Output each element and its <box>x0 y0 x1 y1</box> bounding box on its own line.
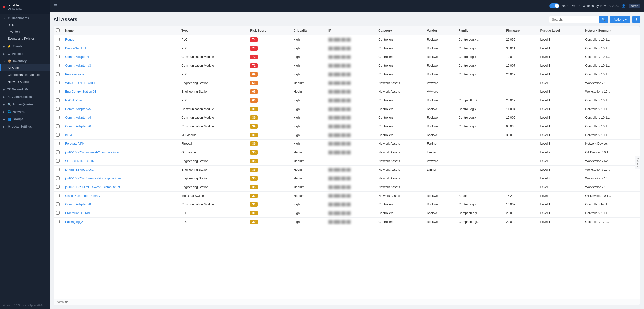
col-ip[interactable]: IP <box>326 26 376 35</box>
row-firmware: 10.007 <box>504 62 538 70</box>
sidebar-section-events[interactable]: ▶ ⚡ Events <box>0 42 50 50</box>
asset-link[interactable]: Fortigate VPN <box>65 142 85 145</box>
row-checkbox[interactable] <box>56 90 60 93</box>
asset-link[interactable]: Comm. Adapter #8 <box>65 203 91 206</box>
row-checkbox[interactable] <box>56 38 60 41</box>
theme-toggle[interactable] <box>550 4 559 9</box>
row-category: Network Assets <box>376 79 424 88</box>
sidebar-item-events-policies-dash[interactable]: Events and Policies <box>0 35 50 42</box>
sidebar-item-controllers[interactable]: Controllers and Modules <box>0 71 50 78</box>
row-checkbox[interactable] <box>56 220 60 223</box>
row-checkbox[interactable] <box>56 72 60 76</box>
col-category[interactable]: Category <box>376 26 424 35</box>
row-checkbox[interactable] <box>56 185 60 189</box>
col-vendor[interactable]: Vendor <box>424 26 456 35</box>
row-checkbox[interactable] <box>56 142 60 145</box>
sidebar-section-dashboards[interactable]: ▼ ⊞ Dashboards <box>0 14 50 21</box>
hamburger-menu-icon[interactable]: ☰ <box>54 4 57 8</box>
row-checkbox[interactable] <box>56 202 60 206</box>
row-checkbox[interactable] <box>56 124 60 128</box>
asset-link[interactable]: jp-10-100-20-37.us-west-2.compute.inter.… <box>65 177 124 180</box>
sidebar-item-risk[interactable]: Risk <box>0 21 50 28</box>
table-row: jp-10-100-20-179.us-west-2.compute.int..… <box>54 183 640 192</box>
row-checkbox[interactable] <box>56 159 60 163</box>
asset-link[interactable]: Eng Control Station 01 <box>65 90 96 93</box>
row-checkbox[interactable] <box>56 55 60 59</box>
row-checkbox[interactable] <box>56 116 60 119</box>
asset-link[interactable]: Rouge <box>65 38 74 41</box>
asset-link[interactable]: longrun1.indegy.local <box>65 168 94 171</box>
row-checkbox[interactable] <box>56 176 60 180</box>
row-checkbox[interactable] <box>56 211 60 215</box>
row-checkbox[interactable] <box>56 46 60 50</box>
sidebar-item-all-assets[interactable]: All Assets <box>0 64 50 71</box>
select-all-checkbox[interactable] <box>56 29 60 32</box>
row-checkbox-cell <box>54 105 63 114</box>
table-row: Comm. Adapter #6 Communication Module 39… <box>54 122 640 131</box>
asset-link[interactable]: Perseverance <box>65 73 84 76</box>
asset-link[interactable]: I/O #1 <box>65 133 74 137</box>
sidebar-section-active-queries[interactable]: ▶ 🔍 Active Queries <box>0 100 50 108</box>
sidebar-item-inventory-dash[interactable]: Inventory <box>0 28 50 35</box>
col-segment[interactable]: Network Segment <box>582 26 640 35</box>
col-family[interactable]: Family <box>456 26 504 35</box>
row-family <box>456 140 504 148</box>
sidebar-item-network-assets[interactable]: Network Assets <box>0 78 50 85</box>
row-checkbox[interactable] <box>56 133 60 137</box>
column-settings-tab[interactable]: Settings <box>635 156 640 169</box>
asset-link[interactable]: WIN-UEUPT5DGA0H <box>65 81 95 85</box>
asset-link[interactable]: Praetorian_Gurad <box>65 211 90 215</box>
row-vendor: VMware <box>424 88 456 96</box>
asset-link[interactable]: Comm. Adapter #5 <box>65 107 91 111</box>
ip-value: ██.███.██.██ <box>328 177 351 180</box>
asset-link[interactable]: jp-10-100-20-179.us-west-2.compute.int..… <box>65 185 122 189</box>
row-checkbox[interactable] <box>56 168 60 171</box>
asset-link[interactable]: Packaging_2 <box>65 220 83 223</box>
row-checkbox[interactable] <box>56 98 60 102</box>
sidebar-section-inventory[interactable]: ▼ 📦 Inventory <box>0 57 50 64</box>
row-name: Comm. Adapter #1 <box>63 53 179 62</box>
row-ip: ██.███.██.██ <box>326 79 376 88</box>
row-purdue: Level 3 <box>538 157 582 166</box>
row-category: Controllers <box>376 44 424 53</box>
row-checkbox[interactable] <box>56 64 60 67</box>
col-firmware[interactable]: Firmware <box>504 26 538 35</box>
assets-table: Name Type Risk Score ↓ Criticality IP Ca… <box>54 26 640 226</box>
sidebar-section-network-map[interactable]: ▶ 🗺 Network Map <box>0 85 50 93</box>
sidebar-section-groups[interactable]: ▶ 👥 Groups <box>0 115 50 122</box>
search-input[interactable] <box>550 16 599 23</box>
asset-link[interactable]: jp-10-100-20-5.us-west-2.compute.inter..… <box>65 151 122 154</box>
col-type[interactable]: Type <box>179 26 248 35</box>
asset-link[interactable]: SUB-CONTRACTOR <box>65 159 94 163</box>
ip-value: ██.███.██.██ <box>328 185 351 189</box>
asset-link[interactable]: Comm. Adapter #4 <box>65 116 91 119</box>
asset-link[interactable]: Cisco Plant Floor Primary <box>65 194 100 197</box>
asset-link[interactable]: Comm. Adapter #6 <box>65 125 91 128</box>
sidebar-section-local-settings[interactable]: ▶ ⚙ Local Settings <box>0 122 50 130</box>
search-button[interactable]: 🔍 <box>599 16 608 23</box>
col-risk-score[interactable]: Risk Score ↓ <box>248 26 291 35</box>
row-checkbox[interactable] <box>56 81 60 85</box>
row-checkbox[interactable] <box>56 194 60 197</box>
risk-badge: 35 <box>250 150 258 155</box>
asset-link[interactable]: DeviceNet_L81 <box>65 47 86 50</box>
export-button[interactable]: ⬇ <box>632 16 640 23</box>
actions-button[interactable]: Actions ▾ <box>610 16 630 23</box>
sidebar-section-policies[interactable]: ▶ 🛡 Policies <box>0 50 50 57</box>
row-criticality: High <box>291 96 326 105</box>
asset-link[interactable]: Comm. Adapter #1 <box>65 55 91 59</box>
sidebar-section-vulnerabilities[interactable]: ▶ ⚠ Vulnerabilities <box>0 93 50 100</box>
col-purdue[interactable]: Purdue Level <box>538 26 582 35</box>
asset-link[interactable]: NaOH_Pump <box>65 99 84 102</box>
row-checkbox[interactable] <box>56 107 60 111</box>
col-criticality[interactable]: Criticality <box>291 26 326 35</box>
user-badge[interactable]: admin <box>629 4 640 8</box>
sidebar-section-network[interactable]: ▶ 🌐 Network <box>0 108 50 115</box>
local-settings-label: Local Settings <box>12 125 32 128</box>
col-name[interactable]: Name <box>63 26 179 35</box>
row-checkbox[interactable] <box>56 150 60 154</box>
asset-link[interactable]: Comm. Adapter #3 <box>65 64 91 67</box>
chevron-down-icon: ▼ <box>3 17 6 20</box>
row-checkbox-cell <box>54 148 63 157</box>
policies-label: Policies <box>12 52 23 56</box>
